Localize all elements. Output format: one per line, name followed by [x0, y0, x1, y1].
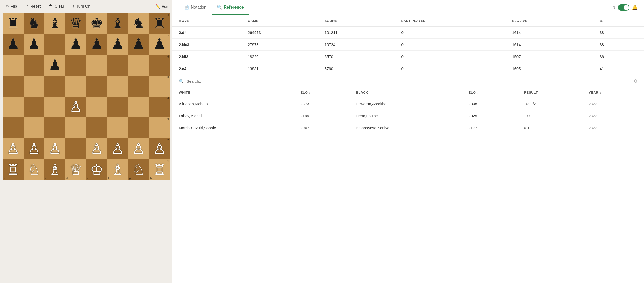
cell-b2[interactable]: ♙ [24, 138, 44, 159]
cell-b8[interactable]: ♞ [24, 13, 44, 34]
cell-a4[interactable] [3, 97, 24, 117]
cell-a8[interactable]: ♜ [3, 13, 24, 34]
cell-c2[interactable]: ♙ [44, 138, 65, 159]
col-white: WHITE [172, 87, 294, 98]
cell-e4[interactable] [86, 97, 107, 117]
cell-d3[interactable] [65, 117, 86, 138]
rank-label-1: 1 [167, 160, 169, 163]
reset-button[interactable]: ↺ Reset [24, 3, 42, 10]
turn-on-icon: ♪ [72, 4, 74, 9]
cell-f5[interactable] [107, 76, 128, 97]
cell-a6[interactable] [3, 55, 24, 76]
cell-f7[interactable]: ♟ [107, 34, 128, 55]
games-table-row[interactable]: Lahav,Michal 2199 Head,Louise 2025 1-0 2… [172, 110, 644, 122]
cell-h8[interactable]: 8♜ [149, 13, 170, 34]
cell-b7[interactable]: ♟ [24, 34, 44, 55]
cell-b6[interactable] [24, 55, 44, 76]
edit-button[interactable]: ✏️ Edit [155, 4, 168, 9]
cell-c7[interactable] [44, 34, 65, 55]
cell-g4[interactable] [128, 97, 149, 117]
clear-button[interactable]: 🗑 Clear [47, 3, 66, 10]
cell-h1[interactable]: 1h♖ [149, 159, 170, 180]
cell-h5[interactable]: 5 [149, 76, 170, 97]
col-result: RESULT [518, 87, 582, 98]
elo-black-cell-1: 2025 [462, 110, 518, 122]
result-cell-0: 1/2-1/2 [518, 98, 582, 110]
cell-f6[interactable] [107, 55, 128, 76]
cell-e1[interactable]: e♔ [86, 159, 107, 180]
score-cell-1: 10724 [318, 39, 395, 51]
cell-h2[interactable]: 2♙ [149, 138, 170, 159]
cell-h4[interactable]: 4 [149, 97, 170, 117]
tab-reference[interactable]: 🔍 Reference [212, 0, 249, 15]
cell-a5[interactable] [3, 76, 24, 97]
cell-c4[interactable] [44, 97, 65, 117]
cell-e7[interactable]: ♟ [86, 34, 107, 55]
cell-g8[interactable]: ♞ [128, 13, 149, 34]
moves-table-row[interactable]: 2.Nc3 27973 10724 0 1614 38 [172, 39, 644, 51]
cell-d1[interactable]: d♕ [65, 159, 86, 180]
cell-f4[interactable] [107, 97, 128, 117]
flip-button[interactable]: ⟳ Flip [4, 3, 19, 10]
cell-d7[interactable]: ♟ [65, 34, 86, 55]
col-elo-black[interactable]: ELO ↓ [462, 87, 518, 98]
cell-d6[interactable] [65, 55, 86, 76]
filter-icon[interactable]: ⚙ [634, 78, 638, 84]
cell-b3[interactable] [24, 117, 44, 138]
cell-b1[interactable]: b♘ [24, 159, 44, 180]
cell-b4[interactable] [24, 97, 44, 117]
score-cell-3: 5790 [318, 63, 395, 75]
cell-h7[interactable]: 7♟ [149, 34, 170, 55]
cell-d2[interactable] [65, 138, 86, 159]
cell-f3[interactable] [107, 117, 128, 138]
cell-d4[interactable]: ♙ [65, 97, 86, 117]
reference-icon: 🔍 [217, 5, 222, 10]
cell-g6[interactable] [128, 55, 149, 76]
turn-on-button[interactable]: ♪ Turn On [71, 3, 92, 10]
move-cell-3: 2.c4 [172, 63, 242, 75]
chess-board[interactable]: ♜♞♝♛♚♝♞8♜♟♟♟♟♟♟7♟♟65♙43♙♙♙♙♙♙2♙a♖b♘c♗d♕e… [3, 13, 170, 180]
cell-g3[interactable] [128, 117, 149, 138]
moves-table-row[interactable]: 2.Nf3 18220 6570 0 1507 36 [172, 51, 644, 63]
col-year[interactable]: YEAR ↓ [582, 87, 644, 98]
moves-table-row[interactable]: 2.d4 264973 101211 0 1614 38 [172, 27, 644, 39]
col-elo-white[interactable]: ELO ↓ [294, 87, 349, 98]
cell-c5[interactable] [44, 76, 65, 97]
piece-c1: ♗ [48, 162, 61, 177]
cell-g5[interactable] [128, 76, 149, 97]
toggle-switch[interactable] [618, 4, 629, 11]
cell-e6[interactable] [86, 55, 107, 76]
tab-notation[interactable]: 📄 Notation [179, 0, 212, 15]
games-table-row[interactable]: Morris-Suzuki,Sophie 2067 Balabayeva,Xen… [172, 122, 644, 134]
cell-c8[interactable]: ♝ [44, 13, 65, 34]
cell-d5[interactable] [65, 76, 86, 97]
cell-b5[interactable] [24, 76, 44, 97]
games-table: WHITE ELO ↓ BLACK ELO ↓ RESU [172, 87, 644, 134]
cell-d8[interactable]: ♛ [65, 13, 86, 34]
cell-f8[interactable]: ♝ [107, 13, 128, 34]
cell-c6[interactable]: ♟ [44, 55, 65, 76]
bell-icon[interactable]: 🔔 [632, 5, 638, 10]
cell-a7[interactable]: ♟ [3, 34, 24, 55]
cell-e2[interactable]: ♙ [86, 138, 107, 159]
cell-h6[interactable]: 6 [149, 55, 170, 76]
cell-e8[interactable]: ♚ [86, 13, 107, 34]
cell-c3[interactable] [44, 117, 65, 138]
games-table-row[interactable]: Alinasab,Mobina 2373 Eswaran,Ashritha 23… [172, 98, 644, 110]
cell-e5[interactable] [86, 76, 107, 97]
cell-g2[interactable]: ♙ [128, 138, 149, 159]
cell-c1[interactable]: c♗ [44, 159, 65, 180]
search-input[interactable] [187, 79, 631, 83]
cell-a1[interactable]: a♖ [3, 159, 24, 180]
cell-a2[interactable]: ♙ [3, 138, 24, 159]
cell-g7[interactable]: ♟ [128, 34, 149, 55]
cell-g1[interactable]: g♘ [128, 159, 149, 180]
file-label-b: b [25, 177, 26, 180]
cell-h3[interactable]: 3 [149, 117, 170, 138]
cell-f2[interactable]: ♙ [107, 138, 128, 159]
cell-a3[interactable] [3, 117, 24, 138]
moves-table-row[interactable]: 2.c4 13831 5790 0 1695 41 [172, 63, 644, 75]
elo-black-cell-0: 2308 [462, 98, 518, 110]
cell-f1[interactable]: f♗ [107, 159, 128, 180]
cell-e3[interactable] [86, 117, 107, 138]
